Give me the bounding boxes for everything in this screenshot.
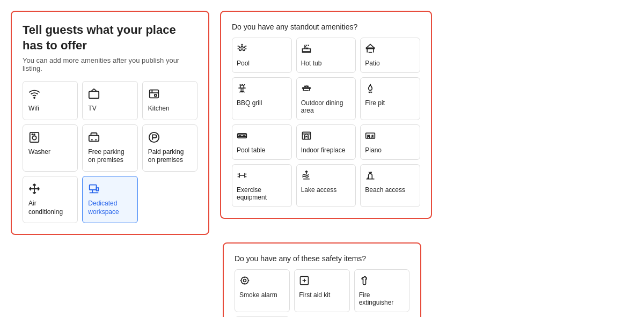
standout-panel-title: Do you have any standout amenities?: [232, 23, 420, 31]
amenity-washer-label: Washer: [28, 148, 72, 157]
standout-fire-pit-label: Fire pit: [365, 99, 415, 107]
svg-point-6: [32, 134, 33, 135]
standout-patio-label: Patio: [365, 60, 415, 67]
standout-pool[interactable]: Pool: [232, 38, 292, 73]
safety-first-aid[interactable]: First aid kit: [294, 269, 349, 312]
amenity-grid: Wifi TV: [23, 81, 197, 223]
beach-icon: [365, 170, 415, 183]
svg-rect-8: [89, 135, 99, 141]
svg-point-24: [241, 277, 248, 284]
workspace-icon: [88, 183, 131, 196]
svg-rect-2: [149, 90, 158, 98]
wifi-icon: [28, 88, 72, 101]
standout-beach-access[interactable]: Beach access: [360, 164, 420, 207]
standout-exercise[interactable]: Exercise equipment: [232, 164, 292, 207]
standout-exercise-label: Exercise equipment: [237, 186, 287, 201]
ac-icon: [28, 183, 72, 196]
svg-rect-12: [90, 185, 97, 190]
standout-outdoor-dining-label: Outdoor dining area: [301, 99, 352, 114]
fire-extinguisher-icon: [359, 275, 405, 289]
svg-point-9: [91, 139, 93, 141]
safety-smoke-alarm-label: Smoke alarm: [239, 291, 285, 299]
fireplace-icon: [301, 130, 352, 144]
pool-icon: [237, 43, 287, 57]
standout-pool-table-label: Pool table: [237, 146, 287, 154]
safety-panel: Do you have any of these safety items? S…: [223, 242, 421, 317]
standout-pool-table[interactable]: Pool table: [232, 124, 292, 160]
standout-patio[interactable]: Patio: [360, 38, 420, 73]
fire-pit-icon: [365, 83, 415, 97]
first-aid-icon: [299, 275, 345, 289]
standout-piano[interactable]: Piano: [360, 124, 420, 160]
standout-panel: Do you have any standout amenities? Pool: [220, 11, 432, 219]
outdoor-dining-icon: [301, 83, 352, 97]
safety-extinguisher-label: Fire extinguisher: [359, 291, 405, 306]
safety-first-aid-label: First aid kit: [299, 291, 345, 299]
svg-point-5: [32, 136, 36, 139]
patio-icon: [365, 43, 415, 57]
washer-icon: [28, 131, 72, 145]
svg-rect-23: [372, 135, 373, 137]
standout-grid: Pool Hot tub: [232, 38, 420, 207]
free-parking-icon: [88, 131, 131, 145]
lake-icon: [301, 170, 352, 183]
amenity-paid-parking-label: Paid parking on premises: [148, 148, 192, 165]
amenity-paid-parking[interactable]: Paid parking on premises: [142, 124, 197, 172]
amenity-wifi-label: Wifi: [28, 105, 72, 113]
standout-beach-label: Beach access: [365, 186, 415, 194]
standout-fire-pit[interactable]: Fire pit: [360, 77, 420, 120]
amenity-wifi[interactable]: Wifi: [23, 81, 78, 120]
standout-lake-label: Lake access: [301, 186, 352, 194]
amenity-air-conditioning[interactable]: Air conditioning: [23, 176, 78, 223]
amenity-kitchen-label: Kitchen: [148, 105, 192, 113]
standout-hot-tub-label: Hot tub: [301, 60, 352, 67]
smoke-alarm-icon: [239, 275, 285, 289]
standout-bbq[interactable]: BBQ grill: [232, 77, 292, 120]
safety-fire-extinguisher[interactable]: Fire extinguisher: [354, 269, 409, 312]
svg-point-10: [96, 139, 97, 141]
svg-point-15: [304, 86, 305, 87]
bbq-icon: [237, 83, 287, 97]
svg-rect-3: [155, 94, 157, 97]
panel-subtitle: You can add more amenities after you pub…: [23, 56, 197, 72]
hot-tub-icon: [301, 43, 352, 57]
svg-rect-1: [89, 92, 99, 99]
piano-icon: [365, 130, 415, 144]
svg-rect-22: [368, 135, 369, 137]
amenity-washer[interactable]: Washer: [23, 124, 78, 172]
standout-pool-label: Pool: [237, 60, 287, 67]
svg-rect-13: [367, 48, 375, 49]
amenity-workspace-label: Dedicated workspace: [88, 200, 131, 216]
amenities-panel: Tell guests what your place has to offer…: [11, 11, 209, 235]
exercise-icon: [237, 170, 287, 183]
svg-point-25: [244, 279, 246, 282]
standout-bbq-label: BBQ grill: [237, 99, 287, 107]
amenity-kitchen[interactable]: Kitchen: [142, 81, 197, 120]
svg-point-7: [34, 134, 35, 135]
kitchen-icon: [148, 88, 192, 101]
standout-lake-access[interactable]: Lake access: [296, 164, 356, 207]
paid-parking-icon: [148, 131, 192, 145]
safety-grid: Smoke alarm First aid kit: [235, 269, 409, 317]
amenity-free-parking[interactable]: Free parking on premises: [82, 124, 137, 172]
panel-title: Tell guests what your place has to offer: [23, 23, 197, 53]
standout-fireplace[interactable]: Indoor fireplace: [296, 124, 356, 160]
amenity-tv[interactable]: TV: [82, 81, 137, 120]
standout-outdoor-dining[interactable]: Outdoor dining area: [296, 77, 356, 120]
standout-piano-label: Piano: [365, 146, 415, 154]
safety-smoke-alarm[interactable]: Smoke alarm: [235, 269, 290, 312]
standout-fireplace-label: Indoor fireplace: [301, 146, 352, 154]
standout-hot-tub[interactable]: Hot tub: [296, 38, 356, 73]
amenity-free-parking-label: Free parking on premises: [88, 148, 131, 165]
tv-icon: [88, 88, 131, 101]
amenity-tv-label: TV: [88, 105, 131, 113]
svg-point-16: [307, 86, 308, 87]
safety-panel-title: Do you have any of these safety items?: [235, 254, 409, 263]
pool-table-icon: [237, 130, 287, 144]
svg-rect-14: [302, 87, 310, 89]
amenity-workspace[interactable]: Dedicated workspace: [82, 176, 137, 223]
svg-point-0: [34, 98, 35, 99]
amenity-ac-label: Air conditioning: [28, 200, 72, 216]
